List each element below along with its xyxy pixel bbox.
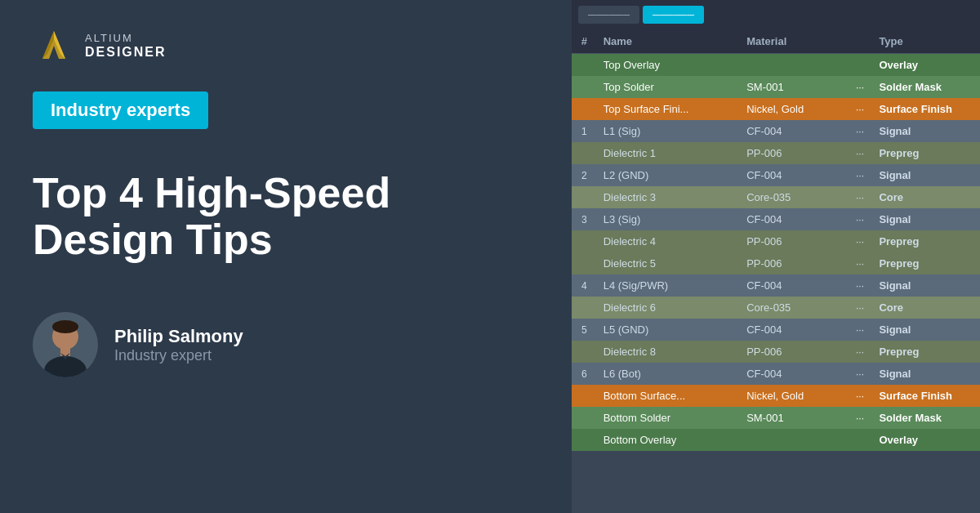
row-material: Nickel, Gold bbox=[740, 98, 848, 120]
logo-designer-label: DESIGNER bbox=[85, 44, 167, 60]
row-num: 6 bbox=[572, 363, 597, 385]
row-num: 4 bbox=[572, 274, 597, 297]
table-row[interactable]: 5 L5 (GND) CF-004 ··· Signal bbox=[572, 319, 980, 341]
table-header-row: # Name Material Type bbox=[572, 29, 980, 54]
row-type: Signal bbox=[872, 208, 980, 230]
row-dots[interactable]: ··· bbox=[848, 120, 873, 142]
row-dots[interactable]: ··· bbox=[848, 76, 873, 98]
row-material: SM-001 bbox=[740, 407, 848, 429]
row-type: Prepreg bbox=[872, 341, 980, 363]
row-num bbox=[572, 54, 597, 77]
row-num: 3 bbox=[572, 208, 597, 230]
row-type: Solder Mask bbox=[872, 407, 980, 429]
row-dots[interactable] bbox=[848, 54, 873, 77]
row-name: L1 (Sig) bbox=[597, 120, 740, 142]
table-row[interactable]: 2 L2 (GND) CF-004 ··· Signal bbox=[572, 164, 980, 186]
top-buttons-bar: ────── ────── bbox=[572, 0, 980, 29]
row-num bbox=[572, 230, 597, 252]
stackup-button-1[interactable]: ────── bbox=[578, 6, 639, 24]
row-type: Signal bbox=[872, 274, 980, 297]
industry-badge: Industry experts bbox=[33, 91, 208, 129]
table-row[interactable]: Top Overlay Overlay bbox=[572, 54, 980, 77]
row-name: Dielectric 8 bbox=[597, 341, 740, 363]
row-num bbox=[572, 252, 597, 274]
table-row[interactable]: 1 L1 (Sig) CF-004 ··· Signal bbox=[572, 120, 980, 142]
row-dots[interactable]: ··· bbox=[848, 385, 873, 407]
row-dots[interactable]: ··· bbox=[848, 164, 873, 186]
row-material bbox=[740, 429, 848, 451]
row-material: CF-004 bbox=[740, 120, 848, 142]
row-name: Dielectric 4 bbox=[597, 230, 740, 252]
row-num bbox=[572, 385, 597, 407]
col-header-material: Material bbox=[740, 29, 848, 54]
col-header-name: Name bbox=[597, 29, 740, 54]
row-dots[interactable]: ··· bbox=[848, 142, 873, 164]
table-row[interactable]: Dielectric 6 Core-035 ··· Core bbox=[572, 297, 980, 319]
row-dots[interactable] bbox=[848, 429, 873, 451]
author-info: Philip Salmony Industry expert bbox=[114, 326, 243, 364]
row-material bbox=[740, 54, 848, 77]
row-material: CF-004 bbox=[740, 164, 848, 186]
row-num: 1 bbox=[572, 120, 597, 142]
row-dots[interactable]: ··· bbox=[848, 230, 873, 252]
row-name: Top Overlay bbox=[597, 54, 740, 77]
row-name: Dielectric 1 bbox=[597, 142, 740, 164]
row-type: Solder Mask bbox=[872, 76, 980, 98]
main-title: Top 4 High-SpeedDesign Tips bbox=[33, 170, 539, 263]
row-num bbox=[572, 297, 597, 319]
row-dots[interactable]: ··· bbox=[848, 341, 873, 363]
author-area: Philip Salmony Industry expert bbox=[33, 312, 539, 377]
row-name: Top Surface Fini... bbox=[597, 98, 740, 120]
row-material: PP-006 bbox=[740, 142, 848, 164]
row-type: Overlay bbox=[872, 54, 980, 77]
row-dots[interactable]: ··· bbox=[848, 319, 873, 341]
row-type: Signal bbox=[872, 363, 980, 385]
row-num: 5 bbox=[572, 319, 597, 341]
table-row[interactable]: 4 L4 (Sig/PWR) CF-004 ··· Signal bbox=[572, 274, 980, 297]
row-name: L6 (Bot) bbox=[597, 363, 740, 385]
table-row[interactable]: Top Surface Fini... Nickel, Gold ··· Sur… bbox=[572, 98, 980, 120]
table-row[interactable]: Bottom Solder SM-001 ··· Solder Mask bbox=[572, 407, 980, 429]
row-name: Bottom Surface... bbox=[597, 385, 740, 407]
table-row[interactable]: Dielectric 8 PP-006 ··· Prepreg bbox=[572, 341, 980, 363]
row-name: Dielectric 6 bbox=[597, 297, 740, 319]
row-type: Prepreg bbox=[872, 230, 980, 252]
table-row[interactable]: Dielectric 4 PP-006 ··· Prepreg bbox=[572, 230, 980, 252]
row-dots[interactable]: ··· bbox=[848, 297, 873, 319]
row-material: PP-006 bbox=[740, 252, 848, 274]
table-row[interactable]: Top Solder SM-001 ··· Solder Mask bbox=[572, 76, 980, 98]
col-header-num: # bbox=[572, 29, 597, 54]
row-type: Core bbox=[872, 186, 980, 208]
row-num bbox=[572, 186, 597, 208]
row-name: L5 (GND) bbox=[597, 319, 740, 341]
row-dots[interactable]: ··· bbox=[848, 274, 873, 297]
row-dots[interactable]: ··· bbox=[848, 186, 873, 208]
row-type: Signal bbox=[872, 164, 980, 186]
row-dots[interactable]: ··· bbox=[848, 407, 873, 429]
row-name: L3 (Sig) bbox=[597, 208, 740, 230]
row-material: Core-035 bbox=[740, 297, 848, 319]
row-num bbox=[572, 76, 597, 98]
row-material: Nickel, Gold bbox=[740, 385, 848, 407]
table-row[interactable]: Dielectric 5 PP-006 ··· Prepreg bbox=[572, 252, 980, 274]
row-name: Bottom Overlay bbox=[597, 429, 740, 451]
table-row[interactable]: 3 L3 (Sig) CF-004 ··· Signal bbox=[572, 208, 980, 230]
table-row[interactable]: Dielectric 3 Core-035 ··· Core bbox=[572, 186, 980, 208]
table-row[interactable]: 6 L6 (Bot) CF-004 ··· Signal bbox=[572, 363, 980, 385]
row-dots[interactable]: ··· bbox=[848, 98, 873, 120]
left-panel: ALTIUM DESIGNER Industry experts Top 4 H… bbox=[0, 0, 572, 513]
row-dots[interactable]: ··· bbox=[848, 363, 873, 385]
row-dots[interactable]: ··· bbox=[848, 208, 873, 230]
row-name: Dielectric 3 bbox=[597, 186, 740, 208]
svg-rect-8 bbox=[60, 348, 70, 356]
table-row[interactable]: Bottom Overlay Overlay bbox=[572, 429, 980, 451]
row-dots[interactable]: ··· bbox=[848, 252, 873, 274]
row-type: Signal bbox=[872, 319, 980, 341]
row-material: Core-035 bbox=[740, 186, 848, 208]
row-material: SM-001 bbox=[740, 76, 848, 98]
table-row[interactable]: Dielectric 1 PP-006 ··· Prepreg bbox=[572, 142, 980, 164]
table-row[interactable]: Bottom Surface... Nickel, Gold ··· Surfa… bbox=[572, 385, 980, 407]
row-num bbox=[572, 429, 597, 451]
row-type: Core bbox=[872, 297, 980, 319]
stackup-button-2[interactable]: ────── bbox=[643, 6, 704, 24]
